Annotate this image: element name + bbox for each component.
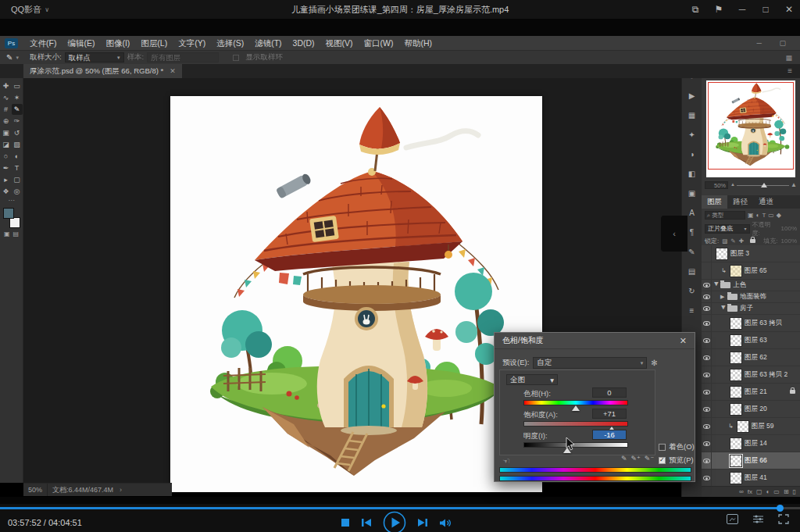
layer-row[interactable]: ▶ ↳ 图层 21 — [702, 384, 800, 401]
layer-row[interactable]: ▶ ↳ 地面装饰 — [702, 291, 800, 303]
menu-item[interactable]: 编辑(E) — [62, 36, 100, 50]
new-group-icon[interactable]: ▭ — [773, 488, 780, 495]
layer-name[interactable]: 图层 14 — [745, 439, 767, 448]
layer-row[interactable]: ▶ ↳ 图层 20 — [702, 401, 800, 418]
filter-smartobject-icon[interactable]: ◆ — [777, 212, 781, 219]
clone-stamp-tool[interactable]: ▣ — [1, 127, 12, 138]
menu-item[interactable]: 帮助(H) — [399, 36, 438, 50]
group-caret-icon[interactable]: ▶ — [720, 305, 727, 312]
layer-name[interactable]: 图层 20 — [745, 405, 767, 414]
healing-brush-tool[interactable]: ⊕ — [1, 116, 12, 127]
visibility-toggle[interactable] — [702, 470, 712, 486]
layer-row[interactable]: ▶ ↳ 图层 3 — [702, 245, 800, 262]
layer-name[interactable]: 图层 66 — [745, 456, 767, 466]
menu-item[interactable]: 文件(F) — [24, 36, 62, 50]
panel-menu-icon[interactable]: ≡ — [788, 66, 792, 75]
visibility-toggle[interactable] — [702, 366, 712, 383]
crop-tool[interactable]: # — [1, 104, 12, 115]
zoom-tool[interactable]: ◎ — [12, 186, 23, 197]
clone-source-panel-icon[interactable]: ▣ — [686, 187, 698, 198]
layer-row[interactable]: ▶ ↳ 图层 14 — [702, 435, 800, 452]
blend-mode-dropdown[interactable]: 正片叠底 ▾ — [705, 224, 750, 234]
layer-thumbnail[interactable] — [716, 248, 728, 260]
layer-thumbnail[interactable] — [730, 352, 742, 364]
zoom-in-icon[interactable]: ▲ — [791, 181, 797, 188]
layer-thumbnail[interactable] — [730, 334, 742, 347]
preview-checkbox[interactable] — [659, 457, 666, 464]
volume-icon[interactable] — [439, 518, 452, 528]
actions-panel-icon[interactable]: ▶ — [686, 90, 698, 101]
channel-dropdown[interactable]: 全图 ▾ — [506, 374, 558, 385]
link-layers-icon[interactable]: ∞ — [739, 488, 744, 495]
close-button[interactable]: ✕ — [783, 4, 795, 15]
layer-row[interactable]: ▶ ↳ 图层 62 — [702, 349, 800, 366]
visibility-toggle[interactable] — [702, 332, 712, 348]
blur-tool[interactable]: ○ — [1, 151, 12, 162]
layer-filter-dropdown[interactable]: ⌕ 类型 — [705, 211, 745, 220]
shape-tool[interactable]: ▢ — [12, 174, 23, 185]
delete-layer-icon[interactable]: ▯ — [793, 488, 796, 495]
lock-position-icon[interactable]: ✚ — [739, 237, 744, 245]
filter-pixel-icon[interactable]: ▣ — [748, 212, 754, 219]
filter-shape-icon[interactable]: ▭ — [768, 212, 774, 219]
tab-layers[interactable]: 图层 — [702, 195, 727, 209]
styles-panel-icon[interactable]: ◧ — [686, 168, 698, 179]
layer-name[interactable]: 图层 41 — [745, 473, 767, 483]
layer-thumbnail[interactable] — [730, 437, 742, 450]
hue-slider[interactable] — [523, 400, 628, 405]
visibility-toggle[interactable] — [702, 435, 712, 452]
seek-bar[interactable] — [0, 507, 800, 509]
layer-thumbnail[interactable] — [730, 455, 742, 467]
zoom-slider-thumb[interactable] — [761, 183, 767, 187]
zoom-level-field[interactable]: 50% — [23, 484, 48, 496]
colorize-option[interactable]: 着色(O) — [659, 442, 695, 452]
layer-name[interactable]: 上色 — [733, 280, 746, 290]
visibility-toggle[interactable] — [702, 303, 712, 314]
background-color-swatch[interactable] — [9, 217, 20, 228]
sample-size-dropdown[interactable]: 取样点 ▾ — [65, 52, 124, 62]
menu-item[interactable]: 3D(D) — [288, 36, 320, 50]
pin-icon[interactable]: ⚑ — [712, 4, 725, 15]
visibility-toggle[interactable] — [702, 401, 712, 417]
adjustments-panel-icon[interactable]: ◑ — [686, 148, 698, 159]
play-button[interactable] — [383, 511, 406, 532]
menu-item[interactable]: 滤镜(T) — [249, 36, 287, 50]
layer-name[interactable]: 地面装饰 — [740, 292, 766, 302]
menu-item[interactable]: 文字(Y) — [173, 36, 211, 50]
navigator-proxy-rect[interactable] — [708, 82, 794, 170]
visibility-toggle[interactable] — [702, 349, 712, 366]
layer-name[interactable]: 图层 59 — [752, 422, 774, 431]
eyedropper-icon[interactable]: ✎ — [6, 53, 12, 62]
menu-item[interactable]: 图像(I) — [100, 36, 135, 50]
previous-button[interactable] — [361, 518, 372, 527]
layer-name[interactable]: 图层 63 拷贝 — [745, 319, 782, 328]
eyedropper-minus-icon[interactable]: ✎⁻ — [645, 455, 654, 462]
filter-type-icon[interactable]: T — [762, 212, 766, 219]
pen-tool[interactable]: ✒ — [1, 162, 12, 173]
lock-pixels-icon[interactable]: ✎ — [730, 237, 735, 245]
lightness-value-field[interactable]: -16 — [592, 430, 627, 440]
lasso-tool[interactable]: ∿ — [1, 92, 12, 103]
lock-transparency-icon[interactable]: ▨ — [722, 237, 727, 245]
workspace-icon[interactable]: ▦ — [785, 54, 792, 62]
eyedropper-plus-icon[interactable]: ✎⁺ — [631, 455, 641, 462]
visibility-toggle[interactable] — [702, 418, 712, 434]
magic-wand-tool[interactable]: ✶ — [12, 92, 23, 103]
layer-name[interactable]: 图层 3 — [730, 249, 749, 259]
ps-window-controls[interactable]: ─ ▢ — [757, 39, 794, 47]
move-tool[interactable]: ✚ — [1, 80, 12, 91]
color-swatches[interactable] — [3, 208, 20, 228]
fill-value[interactable]: 100% — [781, 237, 797, 245]
type-tool[interactable]: T — [12, 162, 23, 173]
visibility-toggle[interactable] — [702, 245, 712, 262]
layer-row[interactable]: ▶ ↳ 上色 — [702, 280, 800, 291]
fullscreen-icon[interactable] — [778, 514, 789, 524]
3d-panel-icon[interactable]: ✦ — [686, 129, 698, 140]
visibility-toggle[interactable] — [702, 291, 712, 302]
layer-row[interactable]: ▶ ↳ 图层 59 — [702, 418, 800, 435]
dialog-close-icon[interactable]: ✕ — [680, 336, 687, 346]
lightness-slider[interactable] — [523, 442, 628, 448]
layer-thumbnail[interactable] — [730, 472, 742, 484]
adjustment-layer-icon[interactable]: ◐ — [766, 488, 770, 495]
visibility-toggle[interactable] — [702, 315, 712, 331]
